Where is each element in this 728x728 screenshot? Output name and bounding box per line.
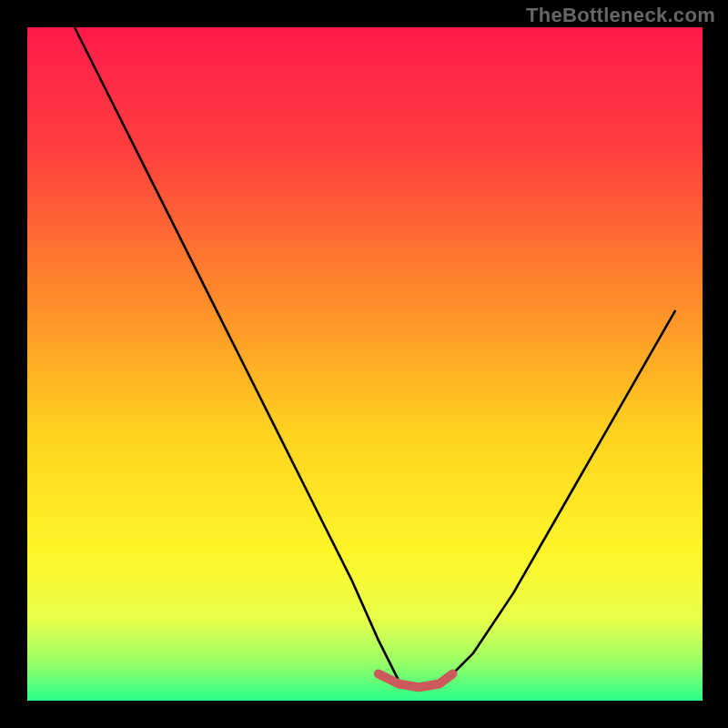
chart-stage: TheBottleneck.com xyxy=(0,0,728,728)
watermark-text: TheBottleneck.com xyxy=(526,4,715,27)
bottleneck-chart xyxy=(0,0,728,728)
plot-background xyxy=(27,27,703,701)
